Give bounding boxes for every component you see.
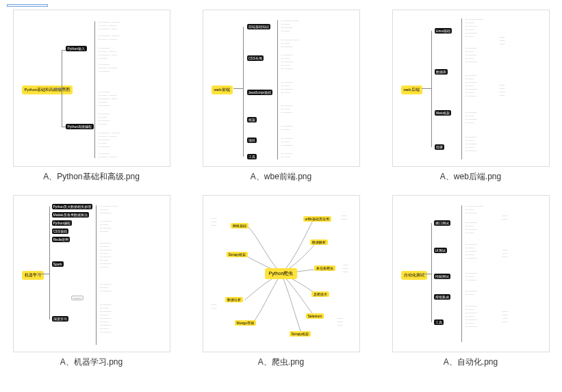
mindmap-node: 数据分析 <box>225 297 243 302</box>
file-browser-area: Python基础和高级顺序图 Python输入 Python高级编程 — ———… <box>0 0 562 375</box>
mindmap-node: Spark <box>52 261 64 267</box>
file-item[interactable]: web前端 前端基础知识 CSS布局 JavaScript基础 框架 项目 工具… <box>196 10 366 183</box>
mindmap-node: Python输入 <box>66 46 88 51</box>
mindmap-node: 工具 <box>434 319 444 325</box>
mindmap-node: Scrapy框架 <box>227 252 248 257</box>
file-item[interactable]: 机器学习 Python及大数据相关原理 Matlab及各类数据算法 Python… <box>7 195 176 368</box>
file-label[interactable]: A、wbe前端.png <box>251 171 311 183</box>
mindmap-node: 网络基础 <box>231 223 248 228</box>
file-item[interactable]: Python爬虫 网络基础 Scrapy框架 数据分析 Mongo存储 urll… <box>196 195 366 368</box>
mindmap-node: 框架 <box>247 117 257 122</box>
mindmap-node: JavaScript基础 <box>247 90 272 95</box>
mindmap-node: Scrapy框架 <box>290 331 311 337</box>
file-item[interactable]: web后端 Linux基础 数据库 Web框架 部署 — ——— —— — ——… <box>386 10 555 183</box>
mindmap-root: Python爬虫 <box>265 268 298 279</box>
thumbnail-preview: web前端 前端基础知识 CSS布局 JavaScript基础 框架 项目 工具… <box>203 10 360 167</box>
file-label[interactable]: A、web后端.png <box>440 171 501 183</box>
mindmap-node: Mongo存储 <box>235 320 256 326</box>
file-label[interactable]: A、自动化.png <box>444 356 498 368</box>
mindmap-node: Python高级编程 <box>66 124 94 129</box>
mindmap-node: CSS布局 <box>247 55 264 61</box>
selection-rectangle <box>7 4 48 7</box>
thumbnail-preview: 自动化测试 接口测试 UI测试 性能测试 持续集成 工具 — ——— —— — … <box>392 195 550 352</box>
mindmap-node: 反爬技术 <box>311 291 329 297</box>
mindmap-root: Python基础和高级顺序图 <box>22 86 73 94</box>
mindmap-node: Redis使用 <box>52 237 71 242</box>
mindmap-node: 部署 <box>435 144 444 150</box>
mindmap-node: 项目 <box>247 138 257 143</box>
file-label[interactable]: A、Python基础和高级.png <box>43 171 140 183</box>
mindmap-node: Web框架 <box>435 110 451 116</box>
mindmap-node: 数据库 <box>435 69 448 75</box>
mindmap-root: 自动化测试 <box>401 271 427 280</box>
thumbnail-preview: Python爬虫 网络基础 Scrapy框架 数据分析 Mongo存储 urll… <box>203 195 360 352</box>
mindmap-node: 持续集成 <box>434 294 450 300</box>
mindmap-node: 性能测试 <box>434 274 450 279</box>
mindmap-root: web前端 <box>212 86 233 94</box>
thumbnail-preview: web后端 Linux基础 数据库 Web框架 部署 — ——— —— — ——… <box>392 10 550 167</box>
mindmap-node: CSS基础 <box>52 228 68 234</box>
mindmap-node: 深度学习 <box>52 316 68 322</box>
thumbnail-grid: Python基础和高级顺序图 Python输入 Python高级编程 — ———… <box>7 10 555 368</box>
mindmap-node: 多任务爬虫 <box>314 265 335 271</box>
mindmap-node: Linux基础 <box>435 28 452 34</box>
file-item[interactable]: Python基础和高级顺序图 Python输入 Python高级编程 — ———… <box>7 10 176 183</box>
mindmap-node: Matlab及各类数据算法 <box>52 212 89 218</box>
mindmap-node: 前端基础知识 <box>247 24 270 29</box>
mindmap-root: web后端 <box>401 86 422 94</box>
mindmap-root: 机器学习 <box>22 271 44 280</box>
mindmap-node: urllib基础及应用 <box>303 216 332 222</box>
file-label[interactable]: A、爬虫.png <box>258 356 304 368</box>
mindmap-node: Python及大数据相关原理 <box>52 204 93 209</box>
mindmap-node: Selenium <box>306 313 324 319</box>
thumbnail-preview: Python基础和高级顺序图 Python输入 Python高级编程 — ———… <box>13 10 170 167</box>
mindmap-node: 工具 <box>247 154 257 159</box>
file-item[interactable]: 自动化测试 接口测试 UI测试 性能测试 持续集成 工具 — ——— —— — … <box>386 195 555 368</box>
thumbnail-preview: 机器学习 Python及大数据相关原理 Matlab及各类数据算法 Python… <box>13 195 170 352</box>
mindmap-node: 接口测试 <box>434 220 450 226</box>
mindmap-node: UI测试 <box>434 248 447 253</box>
mindmap-node: Python编程 <box>52 220 73 226</box>
mindmap-node: 数据解析 <box>310 239 328 245</box>
file-label[interactable]: A、机器学习.png <box>60 356 123 368</box>
